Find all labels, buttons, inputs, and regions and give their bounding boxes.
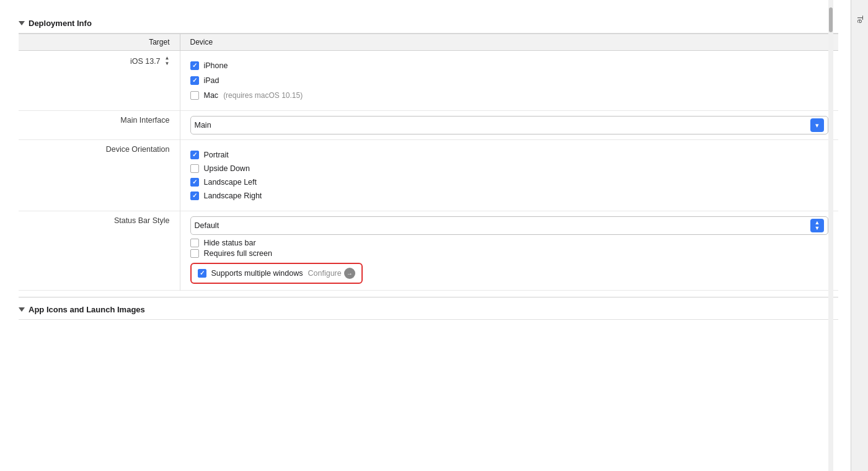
landscape-left-checkbox[interactable]	[190, 178, 199, 187]
ios-version-value-cell: iPhone iPad Mac (requires macOS 10.15)	[180, 51, 838, 111]
col-header-target: Target	[19, 34, 180, 51]
ipad-checkbox-row: iPad	[190, 76, 829, 85]
page-container: Deployment Info Target Device iOS 13.	[0, 0, 868, 471]
landscape-right-checkbox[interactable]	[190, 191, 199, 200]
landscape-right-label: Landscape Right	[204, 191, 262, 200]
supports-multiple-windows-row: Supports multiple windows Configure →	[190, 263, 363, 284]
hide-status-bar-checkbox[interactable]	[190, 239, 199, 247]
requires-full-screen-label: Requires full screen	[204, 249, 272, 258]
main-interface-label-cell: Main Interface	[19, 111, 180, 140]
ipad-checkbox[interactable]	[190, 76, 199, 85]
status-bar-label: Status Bar Style	[114, 216, 170, 225]
portrait-label: Portrait	[204, 151, 229, 159]
settings-table: Target Device iOS 13.7 ▲ ▼	[19, 33, 838, 291]
devices-group: iPhone iPad Mac (requires macOS 10.15)	[190, 56, 829, 105]
supports-multiple-windows-checkbox[interactable]	[198, 269, 206, 278]
stepper-down-arrow[interactable]: ▼	[165, 61, 170, 67]
collapse-triangle-icon[interactable]	[19, 21, 25, 25]
supports-multiple-windows-container: Supports multiple windows Configure →	[190, 262, 829, 285]
scrollbar-thumb[interactable]	[829, 7, 833, 32]
deployment-info-header: Deployment Info	[19, 12, 838, 33]
mac-checkbox-row: Mac (requires macOS 10.15)	[190, 91, 829, 100]
configure-label: Configure	[308, 269, 342, 278]
table-header-row: Target Device	[19, 34, 838, 51]
deployment-info-section: Deployment Info Target Device iOS 13.	[19, 12, 838, 291]
device-orientation-row: Device Orientation Portrait Upside	[19, 140, 838, 211]
scrollbar-track	[828, 0, 833, 471]
upside-down-checkbox[interactable]	[190, 164, 199, 173]
device-orientation-label: Device Orientation	[106, 145, 170, 154]
status-bar-value-cell: Default ▲▼ Hide status bar Re	[180, 211, 838, 291]
right-panel-hint: Te	[851, 0, 868, 471]
ios-version-label: iOS 13.7	[130, 57, 161, 66]
dropdown-chevron-icon: ▾	[815, 121, 819, 130]
app-icons-collapse-icon[interactable]	[19, 307, 25, 312]
iphone-label: iPhone	[204, 61, 228, 70]
col-header-device: Device	[180, 34, 838, 51]
upside-down-label: Upside Down	[204, 164, 250, 173]
landscape-left-label: Landscape Left	[204, 178, 257, 187]
main-interface-value-cell: Main ▾	[180, 111, 838, 140]
supports-multiple-windows-label: Supports multiple windows	[211, 269, 303, 278]
mac-checkbox[interactable]	[190, 91, 199, 100]
hide-status-bar-label: Hide status bar	[204, 239, 256, 247]
status-bar-style-row: Status Bar Style Default ▲▼ Hide status …	[19, 211, 838, 291]
ios-version-label-cell: iOS 13.7 ▲ ▼	[19, 51, 180, 111]
configure-arrow-icon: →	[344, 268, 355, 279]
app-icons-header: App Icons and Launch Images	[19, 297, 838, 320]
ipad-label: iPad	[204, 76, 219, 85]
requires-full-screen-checkbox[interactable]	[190, 249, 199, 258]
configure-link[interactable]: Configure →	[308, 268, 355, 279]
portrait-checkbox[interactable]	[190, 151, 199, 159]
orientation-group: Portrait Upside Down Landscape Left	[190, 145, 829, 206]
main-interface-row: Main Interface Main ▾	[19, 111, 838, 140]
right-panel-hint-text: Te	[856, 15, 864, 24]
mac-requires-note: (requires macOS 10.15)	[223, 91, 303, 100]
main-interface-dropdown-value: Main	[195, 121, 211, 130]
status-bar-dropdown-value: Default	[195, 221, 219, 230]
app-icons-title: App Icons and Launch Images	[29, 305, 145, 314]
ios-version-control: iOS 13.7 ▲ ▼	[130, 56, 170, 67]
main-interface-label: Main Interface	[120, 116, 169, 125]
ios-version-stepper[interactable]: ▲ ▼	[165, 56, 170, 67]
iphone-checkbox[interactable]	[190, 61, 199, 70]
landscape-right-checkbox-row: Landscape Right	[190, 191, 829, 200]
iphone-checkbox-row: iPhone	[190, 61, 829, 70]
main-interface-dropdown[interactable]: Main ▾	[190, 116, 829, 134]
hide-status-bar-row: Hide status bar	[190, 239, 829, 247]
status-bar-label-cell: Status Bar Style	[19, 211, 180, 291]
app-icons-section: App Icons and Launch Images	[19, 297, 838, 320]
ios-version-row: iOS 13.7 ▲ ▼ iPhone	[19, 51, 838, 111]
requires-full-screen-row: Requires full screen	[190, 249, 829, 258]
device-orientation-label-cell: Device Orientation	[19, 140, 180, 211]
status-bar-dropdown-arrow[interactable]: ▲▼	[810, 219, 824, 232]
landscape-left-checkbox-row: Landscape Left	[190, 178, 829, 187]
device-orientation-value-cell: Portrait Upside Down Landscape Left	[180, 140, 838, 211]
main-interface-dropdown-arrow[interactable]: ▾	[810, 118, 824, 132]
status-bar-extras: Hide status bar Requires full screen	[190, 239, 829, 258]
deployment-info-title: Deployment Info	[29, 19, 92, 28]
mac-label: Mac	[204, 91, 219, 100]
portrait-checkbox-row: Portrait	[190, 151, 829, 159]
upside-down-checkbox-row: Upside Down	[190, 164, 829, 173]
status-bar-dropdown[interactable]: Default ▲▼	[190, 216, 829, 235]
main-content: Deployment Info Target Device iOS 13.	[0, 0, 851, 471]
